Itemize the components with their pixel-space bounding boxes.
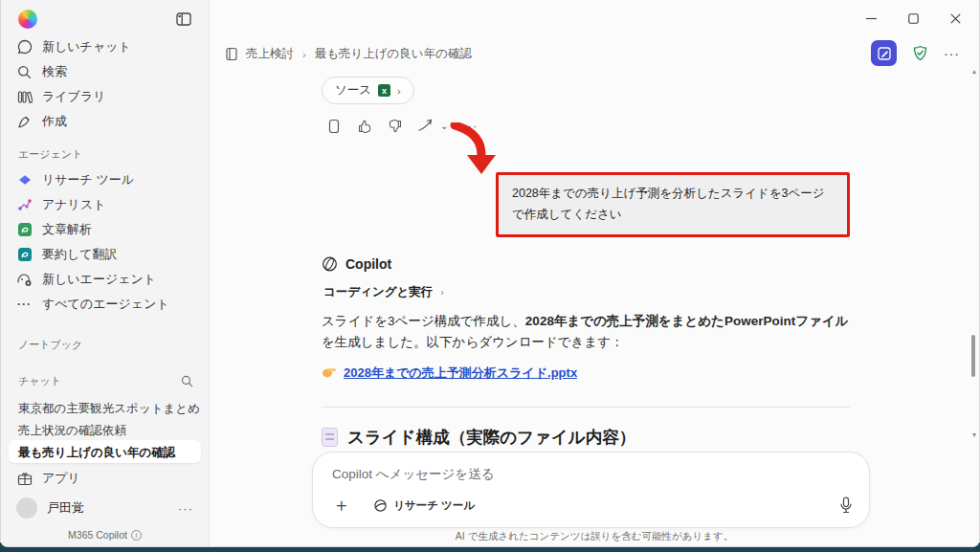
- user-name: 戸田覚: [47, 499, 84, 517]
- section-divider: [322, 407, 850, 408]
- library-icon: [16, 89, 33, 105]
- sources-label: ソース: [335, 82, 371, 99]
- info-icon[interactable]: i: [131, 530, 142, 541]
- document-icon: [322, 428, 338, 447]
- breadcrumb-page[interactable]: 最も売り上げの良い年の確認: [315, 46, 472, 62]
- section-heading: スライド構成（実際のファイル内容）: [347, 426, 635, 449]
- thumbs-up-icon[interactable]: [356, 118, 372, 134]
- create-icon: [16, 114, 33, 130]
- agent-label: すべてのエージェント: [42, 296, 169, 313]
- agent-label: 新しいエージェント: [42, 271, 156, 288]
- breadcrumb-folder[interactable]: 売上検討: [246, 46, 294, 62]
- sidebar-item-new-chat[interactable]: 新しいチャット: [1, 34, 209, 59]
- new-chat-edit-button[interactable]: [871, 40, 897, 66]
- chat-section-header: チャット: [18, 374, 61, 388]
- minimize-button[interactable]: [857, 8, 885, 29]
- window-controls: [857, 8, 969, 29]
- chat-history-item-active[interactable]: 最も売り上げの良い年の確認: [9, 440, 201, 463]
- main-area: 売上検討 › 最も売り上げの良い年の確認 ··· ソース x › ⌄: [210, 0, 979, 546]
- sidebar-item-apps[interactable]: アプリ: [1, 464, 209, 493]
- breadcrumb: 売上検討 › 最も売り上げの良い年の確認: [223, 46, 472, 62]
- header-actions: ···: [871, 40, 960, 66]
- message-input[interactable]: Copilot へメッセージを送る: [332, 466, 852, 483]
- agent-label: 要約して翻訳: [42, 246, 118, 263]
- sidebar-item-label: 作成: [42, 113, 67, 130]
- excel-icon: x: [378, 84, 390, 97]
- new-agent-icon: [16, 272, 33, 288]
- scroll-up-arrow[interactable]: ▴: [972, 67, 976, 76]
- sidebar-item-library[interactable]: ライブラリ: [1, 84, 209, 109]
- notebook-section-header: ノートブック: [1, 317, 209, 358]
- sidebar-item-label: ライブラリ: [42, 88, 106, 105]
- sidebar-item-label: 新しいチャット: [42, 38, 131, 55]
- agents-section-header: エージェント: [1, 134, 209, 167]
- shield-check-icon[interactable]: [912, 45, 928, 61]
- chat-history-item[interactable]: 東京都の主要観光スポットまとめ: [1, 395, 209, 417]
- notebook-icon: [223, 46, 239, 62]
- summarize-translate-icon: [16, 247, 33, 263]
- more-options-icon[interactable]: ···: [944, 46, 960, 61]
- chat-history-item[interactable]: 売上状況の確認依頼: [1, 417, 209, 439]
- copy-icon[interactable]: [325, 118, 342, 134]
- thumbs-down-icon[interactable]: [387, 118, 403, 134]
- sidebar-item-text-analysis[interactable]: 文章解析: [1, 217, 209, 242]
- assistant-message: スライドを3ページ構成で作成し、2028年までの売上予測をまとめたPowerPo…: [322, 311, 850, 353]
- chat-search-icon[interactable]: [179, 373, 195, 389]
- apps-label: アプリ: [42, 470, 80, 487]
- pointing-finger-icon: [322, 364, 337, 382]
- download-row: 2028年までの売上予測分析スライド.pptx: [322, 364, 850, 382]
- sidebar-item-research-tool[interactable]: リサーチ ツール: [1, 167, 209, 192]
- assistant-name: Copilot: [345, 256, 391, 272]
- research-tool-chip[interactable]: リサーチ ツール: [368, 496, 480, 516]
- scroll-down-arrow[interactable]: ▾: [972, 431, 976, 439]
- composer[interactable]: Copilot へメッセージを送る ＋ リサーチ ツール: [312, 452, 870, 528]
- message-actions: ⌄ ···: [325, 118, 850, 134]
- sidebar: 新しいチャット 検索 ライブラリ 作成 エージェント リサーチ ツール アナリス…: [1, 0, 210, 546]
- agent-label: アナリスト: [42, 196, 106, 213]
- chevron-down-icon[interactable]: ⌄: [440, 121, 448, 131]
- apps-icon: [16, 471, 33, 487]
- conversation: ソース x › ⌄ ··· 2028年までの売り上げ予測を分析したスライドを3ペ…: [322, 77, 850, 480]
- user-message-highlighted: 2028年までの売り上げ予測を分析したスライドを3ページで作成してください: [496, 172, 850, 237]
- close-button[interactable]: [941, 8, 969, 29]
- mic-icon[interactable]: [837, 497, 854, 514]
- agent-label: 文章解析: [42, 221, 92, 238]
- analyst-icon: [16, 197, 33, 213]
- chevron-right-icon: ›: [397, 85, 401, 97]
- tool-step-label: コーディングと実行: [323, 284, 433, 300]
- sidebar-item-create[interactable]: 作成: [1, 109, 209, 134]
- sidebar-item-search[interactable]: 検索: [1, 59, 209, 84]
- sidebar-toggle-icon[interactable]: [174, 11, 193, 28]
- message-more-icon[interactable]: ···: [462, 119, 478, 133]
- search-icon: [16, 64, 33, 80]
- agent-label: リサーチ ツール: [42, 171, 134, 188]
- sources-button[interactable]: ソース x ›: [322, 77, 414, 104]
- m365-copilot-window: 新しいチャット 検索 ライブラリ 作成 エージェント リサーチ ツール アナリス…: [0, 0, 980, 547]
- download-link[interactable]: 2028年までの売上予測分析スライド.pptx: [344, 364, 577, 382]
- research-tool-chip-icon: [373, 498, 388, 513]
- breadcrumb-separator: ›: [301, 49, 308, 60]
- all-agents-icon: ···: [16, 297, 33, 313]
- sidebar-item-analyst[interactable]: アナリスト: [1, 192, 209, 217]
- sidebar-item-all-agents[interactable]: ··· すべてのエージェント: [1, 292, 209, 317]
- scrollbar-thumb[interactable]: [971, 335, 975, 377]
- ai-disclaimer: AI で生成されたコンテンツは誤りを含む可能性があります。: [210, 530, 979, 543]
- sidebar-item-summarize-translate[interactable]: 要約して翻訳: [1, 242, 209, 267]
- copilot-response-icon: [322, 256, 338, 273]
- sidebar-item-label: 検索: [42, 63, 67, 80]
- sidebar-item-new-agent[interactable]: 新しいエージェント: [1, 267, 209, 292]
- copilot-logo: [18, 10, 37, 29]
- attach-plus-icon[interactable]: ＋: [328, 493, 354, 518]
- footer-label: M365 Copilot: [68, 529, 127, 541]
- text-analysis-icon: [16, 222, 33, 238]
- tool-step[interactable]: コーディングと実行 ›: [323, 284, 850, 300]
- user-account-row[interactable]: 戸田覚 ···: [1, 493, 209, 523]
- maximize-button[interactable]: [899, 8, 927, 29]
- research-tool-icon: [16, 172, 33, 188]
- chevron-right-icon: ›: [440, 286, 444, 298]
- user-more-icon[interactable]: ···: [178, 501, 193, 516]
- new-chat-icon: [16, 39, 33, 55]
- avatar: [16, 497, 37, 519]
- sidebar-footer: M365 Copilot i: [1, 523, 209, 541]
- rewrite-pen-icon[interactable]: [417, 118, 434, 134]
